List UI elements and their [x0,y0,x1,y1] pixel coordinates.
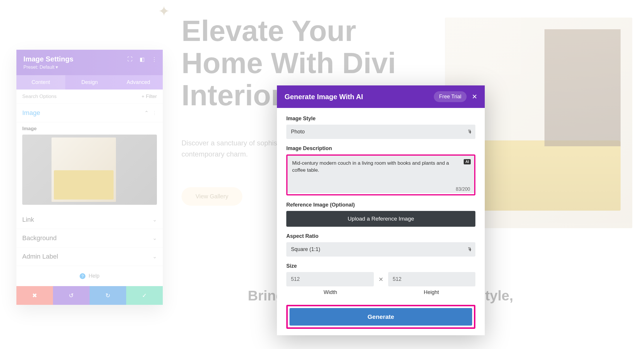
size-row: ✕ [286,272,475,286]
help-row[interactable]: ? Help [16,266,163,286]
panel-footer: ✖ ↺ ↻ ✓ [16,286,163,305]
section-link[interactable]: Link ⌄ [16,211,163,229]
tab-design[interactable]: Design [65,75,114,90]
image-settings-panel: Image Settings Preset: Default ▾ ⛶ ◧ ⋮ C… [16,50,163,305]
image-style-select[interactable]: Photo ▴▾ [286,125,475,139]
filter-button[interactable]: + Filter [142,94,157,99]
save-button[interactable]: ✓ [126,286,163,305]
select-arrows-icon: ▴▾ [469,130,471,134]
generate-image-ai-modal: Generate Image With AI Free Trial ✕ Imag… [277,85,485,335]
section-admin-label[interactable]: Admin Label ⌄ [16,247,163,266]
ai-modal-body: Image Style Photo ▴▾ Image Description A… [277,108,485,305]
search-row: Search Options + Filter [16,90,163,104]
image-description-input[interactable] [287,156,474,193]
undo-button[interactable]: ↺ [53,286,90,305]
height-input[interactable] [388,272,476,286]
upload-reference-button[interactable]: Upload a Reference Image [286,211,475,227]
panel-header: Image Settings Preset: Default ▾ ⛶ ◧ ⋮ [16,50,163,75]
spark-icon: ✦ [158,3,170,19]
image-thumbnail [52,137,116,202]
aspect-ratio-label: Aspect Ratio [286,233,475,239]
redo-button[interactable]: ↻ [90,286,126,305]
select-arrows-icon: ▴▾ [469,247,471,252]
chevron-down-icon: ⌄ [153,216,157,223]
ai-modal-header: Generate Image With AI Free Trial ✕ [277,85,485,108]
dimension-x-icon: ✕ [378,276,383,283]
image-field-section: Image [16,122,163,211]
generate-highlight: Generate [286,305,475,329]
view-gallery-button[interactable]: View Gallery [181,187,242,206]
kebab-icon[interactable]: ⋮ [152,111,157,116]
image-style-label: Image Style [286,116,475,122]
reference-image-label: Reference Image (Optional) [286,202,475,208]
dock-icon[interactable]: ◧ [140,56,145,63]
width-input[interactable] [286,272,374,286]
expand-icon[interactable]: ⛶ [127,56,133,63]
preset-selector[interactable]: Preset: Default ▾ [23,64,156,70]
more-icon[interactable]: ⋮ [152,56,157,63]
image-description-label: Image Description [286,145,475,152]
panel-tabs: Content Design Advanced [16,75,163,90]
width-label: Width [286,289,374,295]
search-input[interactable]: Search Options [22,94,56,99]
image-field-label: Image [22,126,157,132]
chevron-down-icon: ⌄ [153,253,157,260]
help-icon: ? [80,273,85,279]
chevron-down-icon: ⌄ [153,235,157,241]
height-label: Height [387,289,475,295]
description-highlight: AI 83/200 [286,154,475,195]
section-image[interactable]: Image ⌃⋮ [16,104,163,122]
close-icon[interactable]: ✕ [472,93,477,101]
character-count: 83/200 [456,187,470,192]
tab-content[interactable]: Content [16,75,65,90]
section-background[interactable]: Background ⌄ [16,229,163,247]
generate-button[interactable]: Generate [290,308,472,326]
size-label: Size [286,263,475,269]
ai-modal-title: Generate Image With AI [285,93,363,101]
free-trial-badge[interactable]: Free Trial [434,91,467,102]
tab-advanced[interactable]: Advanced [114,75,163,90]
chevron-up-icon: ⌃ [144,110,149,116]
cancel-button[interactable]: ✖ [16,286,53,305]
image-preview[interactable] [22,135,157,205]
aspect-ratio-select[interactable]: Square (1:1) ▴▾ [286,242,475,257]
ai-badge-icon[interactable]: AI [464,159,471,164]
